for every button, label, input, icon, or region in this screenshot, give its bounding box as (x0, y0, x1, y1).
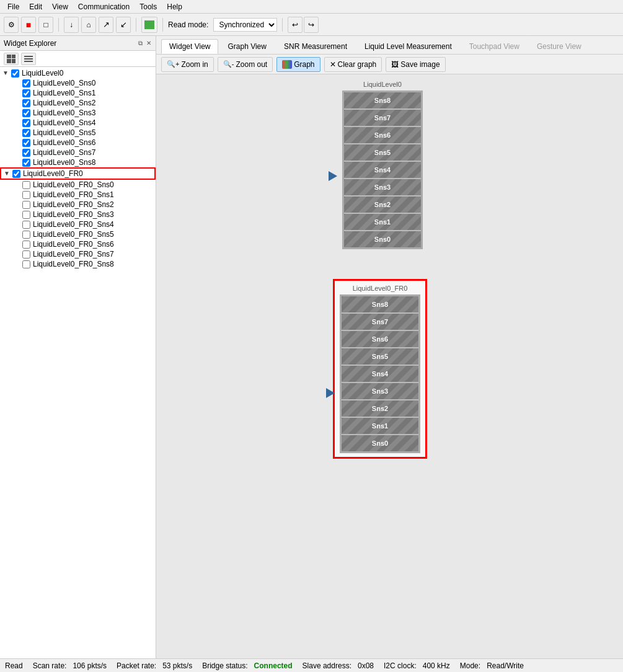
tree-item-fr0-sns2[interactable]: LiquidLevel0_FR0_Sns2 (0, 200, 156, 210)
checkbox-sns8[interactable] (22, 159, 30, 167)
widget2-arrow (326, 388, 335, 398)
home-button[interactable]: ⌂ (81, 17, 96, 33)
checkbox-sns6[interactable] (22, 139, 30, 147)
tree-item-fr0-sns6[interactable]: LiquidLevel0_FR0_Sns6 (0, 239, 156, 249)
tree-item-fr0-sns0[interactable]: LiquidLevel0_FR0_Sns0 (0, 180, 156, 190)
checkbox-sns0[interactable] (22, 79, 30, 87)
tree-item-fr0-sns8[interactable]: LiquidLevel0_FR0_Sns8 (0, 259, 156, 269)
undo-button[interactable]: ↩ (288, 17, 303, 33)
redo-button[interactable]: ↪ (304, 17, 319, 33)
status-slave-address: Slave address: 0x08 (303, 661, 374, 670)
redo-icon: ↪ (308, 20, 314, 29)
save-image-label: Save image (400, 60, 440, 69)
zoom-out-button[interactable]: 🔍- Zoom out (218, 57, 273, 72)
clear-graph-label: Clear graph (338, 60, 377, 69)
checkbox-liquidlevel0[interactable] (11, 69, 19, 77)
down-button[interactable]: ↓ (64, 17, 79, 33)
we-float-button[interactable]: ⧉ (138, 39, 143, 48)
widget-explorer-title: Widget Explorer (4, 39, 56, 48)
i2c-clock-label: I2C clock: (384, 661, 417, 670)
widget1-sns2: Sns2 (344, 197, 421, 214)
checkbox-fr0-sns5[interactable] (22, 231, 30, 239)
tree-item-fr0-sns5[interactable]: LiquidLevel0_FR0_Sns5 (0, 229, 156, 239)
widget-tree: ▼ LiquidLevel0 LiquidLevel0_Sns0 LiquidL… (0, 67, 156, 658)
menu-help[interactable]: Help (162, 1, 187, 12)
tree-item-fr0-sns1[interactable]: LiquidLevel0_FR0_Sns1 (0, 190, 156, 200)
menu-edit[interactable]: Edit (24, 1, 47, 12)
tree-item-fr0-sns7[interactable]: LiquidLevel0_FR0_Sns7 (0, 249, 156, 259)
checkbox-fr0-sns4[interactable] (22, 221, 30, 229)
canvas-area: LiquidLevel0 Sns8 Sns7 Sns6 Sns5 Sns4 Sn… (156, 74, 623, 658)
tree-item-fr0-sns4[interactable]: LiquidLevel0_FR0_Sns4 (0, 219, 156, 229)
menu-tools[interactable]: Tools (135, 1, 162, 12)
widget2-sns7: Sns7 (342, 314, 418, 331)
read-mode-select[interactable]: Synchronized (213, 18, 277, 32)
tree-item-sns7[interactable]: LiquidLevel0_Sns7 (0, 148, 156, 157)
read-icon: ↗ (103, 20, 110, 29)
tree-item-sns4[interactable]: LiquidLevel0_Sns4 (0, 118, 156, 128)
tab-graph-view[interactable]: Graph View (219, 39, 274, 54)
tree-item-sns6[interactable]: LiquidLevel0_Sns6 (0, 138, 156, 148)
tree-item-sns2[interactable]: LiquidLevel0_Sns2 (0, 98, 156, 108)
tab-liquid-level[interactable]: Liquid Level Measurement (356, 39, 460, 54)
undo-icon: ↩ (292, 20, 298, 29)
widget1-sns8: Sns8 (344, 92, 421, 110)
checkbox-sns7[interactable] (22, 149, 30, 157)
widget1-sns5: Sns5 (344, 144, 421, 162)
tree-item-sns5[interactable]: LiquidLevel0_Sns5 (0, 128, 156, 138)
tree-item-liquidlevel0-fr0[interactable]: ▼ LiquidLevel0_FR0 (0, 167, 156, 180)
status-bar: Read Scan rate: 106 pkts/s Packet rate: … (0, 658, 623, 672)
menu-communication[interactable]: Communication (73, 1, 135, 12)
checkbox-fr0-sns6[interactable] (22, 241, 30, 249)
tree-item-sns3[interactable]: LiquidLevel0_Sns3 (0, 108, 156, 118)
menu-file[interactable]: File (2, 1, 24, 12)
tree-item-liquidlevel0[interactable]: ▼ LiquidLevel0 (0, 68, 156, 78)
tree-item-sns1[interactable]: LiquidLevel0_Sns1 (0, 88, 156, 98)
we-list-btn[interactable] (21, 53, 36, 65)
zoom-in-button[interactable]: 🔍+ Zoom in (161, 57, 214, 72)
widget1-arrow (329, 171, 337, 181)
we-grid-btn[interactable] (4, 53, 19, 65)
checkbox-sns1[interactable] (22, 89, 30, 97)
status-i2c-clock: I2C clock: 400 kHz (384, 661, 450, 670)
checkbox-sns2[interactable] (22, 99, 30, 107)
settings-button[interactable] (4, 17, 19, 33)
stop-icon: ■ (26, 20, 31, 30)
tree-item-sns8[interactable]: LiquidLevel0_Sns8 (0, 157, 156, 167)
tab-widget-view[interactable]: Widget View (161, 39, 218, 54)
checkbox-sns4[interactable] (22, 119, 30, 127)
graph-label: Graph (294, 60, 314, 69)
i2c-clock-value: 400 kHz (423, 661, 450, 670)
widget2-sns2: Sns2 (342, 400, 418, 418)
square-icon: □ (43, 20, 48, 29)
save-image-button[interactable]: 🖼 Save image (386, 57, 445, 72)
square-button[interactable]: □ (38, 17, 53, 33)
checkbox-fr0-sns3[interactable] (22, 211, 30, 219)
checkbox-liquidlevel0-fr0[interactable] (12, 170, 20, 178)
checkbox-fr0-sns8[interactable] (22, 260, 30, 268)
label-sns4: LiquidLevel0_Sns4 (33, 118, 95, 127)
we-toolbar (0, 51, 156, 67)
menubar: File Edit View Communication Tools Help (0, 0, 623, 14)
checkbox-fr0-sns7[interactable] (22, 250, 30, 259)
graph-mode-button[interactable] (141, 17, 157, 33)
checkbox-fr0-sns1[interactable] (22, 191, 30, 199)
collapse-icon: ▼ (2, 69, 10, 77)
label-sns8: LiquidLevel0_Sns8 (33, 158, 95, 167)
tree-item-fr0-sns3[interactable]: LiquidLevel0_FR0_Sns3 (0, 210, 156, 219)
checkbox-sns5[interactable] (22, 129, 30, 137)
menu-view[interactable]: View (47, 1, 73, 12)
graph-button[interactable]: Graph (276, 57, 320, 72)
checkbox-fr0-sns2[interactable] (22, 201, 30, 209)
read-button[interactable]: ↗ (99, 17, 113, 33)
checkbox-sns3[interactable] (22, 109, 30, 117)
write-button[interactable]: ↙ (116, 17, 131, 33)
clear-graph-button[interactable]: ✕ Clear graph (324, 57, 382, 72)
tab-snr-measurement[interactable]: SNR Measurement (276, 39, 355, 54)
status-mode-rw: Mode: Read/Write (460, 661, 524, 670)
checkbox-fr0-sns0[interactable] (22, 181, 30, 189)
packet-rate-label: Packet rate: (117, 661, 156, 670)
tree-item-sns0[interactable]: LiquidLevel0_Sns0 (0, 78, 156, 88)
we-close-button[interactable]: ✕ (146, 39, 152, 48)
stop-button[interactable]: ■ (21, 17, 36, 33)
